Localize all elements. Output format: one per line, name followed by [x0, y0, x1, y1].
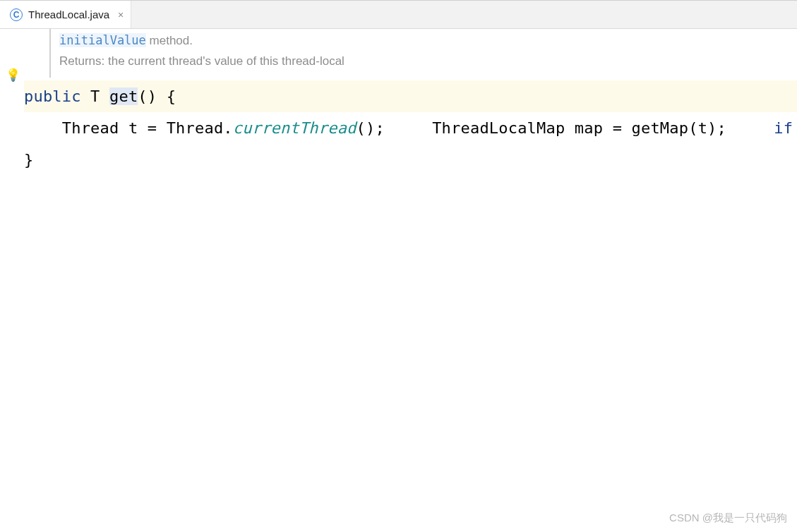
javadoc-returns: Returns: the current thread's value of t…: [59, 52, 797, 72]
code-line[interactable]: if (map != null) {: [736, 119, 797, 137]
intention-bulb-icon[interactable]: 💡: [6, 68, 20, 83]
close-icon[interactable]: ×: [118, 9, 124, 20]
watermark-text: CSDN @我是一只代码狗: [669, 512, 787, 525]
code-line[interactable]: ThreadLocalMap map = getMap(t);: [394, 119, 726, 137]
code-block[interactable]: public T get() { Thread t = Thread.curre…: [24, 78, 797, 176]
tab-filename: ThreadLocal.java: [28, 8, 109, 20]
javadoc-link-initialvalue[interactable]: initialValue: [59, 33, 146, 47]
editor-area: 💡 initialValue method. Returns: the curr…: [0, 29, 797, 532]
code-line[interactable]: Thread t = Thread.currentThread();: [24, 119, 385, 137]
editor-tab-bar: C ThreadLocal.java ×: [0, 1, 797, 29]
editor-content[interactable]: initialValue method. Returns: the curren…: [24, 29, 797, 532]
javadoc-rendered: initialValue method. Returns: the curren…: [49, 29, 797, 78]
code-line-signature[interactable]: public T get() {: [24, 80, 797, 112]
code-line[interactable]: }: [24, 151, 33, 169]
javadoc-text: method.: [146, 34, 193, 47]
java-class-icon: C: [10, 8, 23, 21]
file-tab-threadlocal[interactable]: C ThreadLocal.java ×: [0, 1, 131, 28]
editor-gutter: 💡: [0, 29, 24, 532]
javadoc-line-1: initialValue method.: [59, 30, 797, 52]
